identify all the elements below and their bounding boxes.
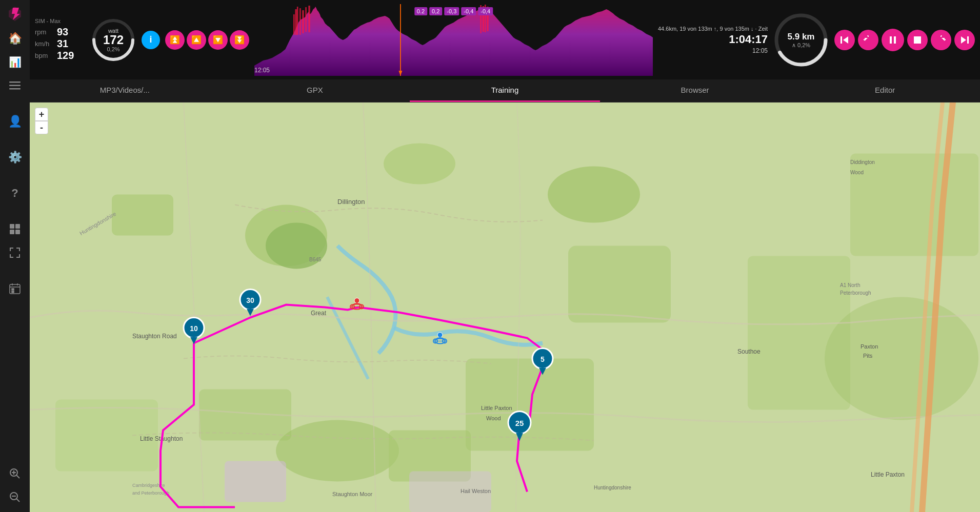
- arrow-down-double[interactable]: ⏬: [230, 30, 249, 50]
- map-zoom-controls: + -: [35, 108, 48, 134]
- tab-browser[interactable]: Browser: [600, 79, 790, 102]
- zoom-out-button[interactable]: -: [35, 121, 48, 134]
- sidebar-item-expand[interactable]: [4, 242, 26, 263]
- transport-controls: [834, 29, 975, 51]
- svg-marker-42: [865, 38, 868, 41]
- svg-text:B645: B645: [309, 257, 322, 262]
- svg-rect-30: [305, 7, 307, 32]
- svg-point-92: [437, 333, 443, 338]
- svg-rect-44: [894, 36, 896, 44]
- badge-4: -0,4: [461, 7, 476, 15]
- arrow-up-single[interactable]: 🔼: [187, 30, 206, 50]
- svg-text:Great: Great: [311, 310, 327, 317]
- speed-gauge-inner: 5.9 km ∧ 0,2%: [788, 31, 815, 48]
- interval-badges: 0.2 0,2 -0,3 -0,4 -0,4: [414, 7, 493, 15]
- sidebar-item-zoom-in[interactable]: [4, 463, 26, 484]
- svg-text:Paxton: Paxton: [861, 343, 878, 350]
- svg-rect-28: [299, 8, 301, 35]
- svg-marker-48: [961, 36, 966, 44]
- svg-text:30: 30: [246, 296, 254, 304]
- topbar: SIM - Max rpm 93 km/h 31 bpm 129 watt 1: [30, 0, 980, 79]
- badge-1: 0.2: [414, 7, 427, 15]
- badge-3: -0,3: [444, 7, 459, 15]
- main-content: SIM - Max rpm 93 km/h 31 bpm 129 watt 1: [30, 0, 980, 512]
- svg-marker-41: [843, 36, 848, 44]
- tab-editor[interactable]: Editor: [790, 79, 980, 102]
- kmh-value: 31: [57, 38, 68, 50]
- sidebar-item-menu[interactable]: [4, 75, 26, 96]
- svg-rect-62: [850, 154, 978, 256]
- zoom-in-button[interactable]: +: [35, 108, 48, 121]
- map-area[interactable]: Dillington B645 Staughton Road Little St…: [30, 103, 980, 512]
- svg-rect-2: [9, 81, 21, 83]
- sidebar-item-help[interactable]: ?: [4, 182, 26, 204]
- sidebar: 🏠 📊 👤 ⚙️ ?: [0, 0, 30, 512]
- elapsed-time: 1:04:17: [729, 33, 768, 46]
- arrow-controls: ⏫ 🔼 🔽 ⏬: [165, 30, 249, 50]
- svg-text:Little Paxton: Little Paxton: [871, 471, 905, 478]
- tab-training[interactable]: Training: [410, 79, 600, 102]
- arrow-up-double[interactable]: ⏫: [165, 30, 185, 50]
- badge-2: 0,2: [429, 7, 442, 15]
- tab-mp3[interactable]: MP3/Videos/...: [30, 79, 220, 102]
- sidebar-item-schedule[interactable]: [4, 278, 26, 299]
- svg-point-87: [354, 298, 359, 303]
- time-end-label: 12:05: [752, 47, 768, 54]
- svg-point-55: [548, 167, 640, 223]
- svg-rect-43: [890, 36, 892, 44]
- sidebar-item-user[interactable]: 👤: [4, 111, 26, 132]
- sidebar-item-home[interactable]: 🏠: [4, 28, 26, 49]
- svg-rect-52: [112, 195, 173, 236]
- svg-rect-6: [15, 224, 20, 229]
- svg-rect-40: [841, 36, 842, 44]
- svg-point-57: [276, 420, 399, 482]
- svg-rect-26: [295, 9, 296, 35]
- nav-tabs: MP3/Videos/... GPX Training Browser Edit…: [30, 79, 980, 103]
- svg-text:Wood: Wood: [486, 415, 501, 421]
- svg-rect-5: [10, 224, 14, 229]
- arrow-down-single[interactable]: 🔽: [208, 30, 228, 50]
- sidebar-item-chart[interactable]: 📊: [4, 51, 26, 73]
- watt-value: 172: [103, 34, 124, 46]
- btn-skip-start[interactable]: [834, 30, 855, 50]
- svg-rect-9: [10, 284, 20, 294]
- rpm-label: rpm: [35, 28, 53, 36]
- svg-marker-46: [942, 38, 945, 41]
- btn-stop[interactable]: [907, 30, 928, 50]
- svg-text:Staughton Moor: Staughton Moor: [332, 491, 373, 497]
- time-start: 12:05: [254, 67, 270, 74]
- svg-rect-4: [9, 88, 21, 90]
- tab-gpx[interactable]: GPX: [220, 79, 410, 102]
- svg-point-53: [384, 144, 455, 185]
- svg-marker-24: [254, 7, 653, 76]
- info-button[interactable]: i: [142, 31, 160, 49]
- btn-skip-end[interactable]: [954, 30, 975, 50]
- svg-rect-8: [15, 230, 20, 234]
- sidebar-item-zoom-out[interactable]: [4, 486, 26, 508]
- svg-rect-64: [225, 461, 286, 502]
- svg-rect-45: [914, 36, 921, 44]
- svg-rect-3: [9, 85, 21, 87]
- rpm-value: 93: [57, 26, 68, 38]
- svg-text:10: 10: [190, 324, 198, 333]
- sidebar-item-layers[interactable]: [4, 218, 26, 240]
- map-background: Dillington B645 Staughton Road Little St…: [30, 103, 980, 512]
- svg-text:Peterborough: Peterborough: [840, 290, 871, 296]
- speed-pct: ∧ 0,2%: [792, 42, 810, 48]
- bpm-label: bpm: [35, 52, 53, 59]
- svg-rect-27: [297, 7, 298, 35]
- svg-line-20: [16, 499, 19, 502]
- sidebar-item-settings[interactable]: ⚙️: [4, 147, 26, 168]
- svg-text:Diddington: Diddington: [850, 159, 875, 165]
- svg-rect-29: [302, 10, 304, 33]
- svg-text:Huntingdonshire: Huntingdonshire: [594, 485, 631, 490]
- btn-forward[interactable]: [931, 30, 951, 50]
- svg-line-16: [16, 475, 19, 478]
- kmh-label: km/h: [35, 40, 53, 48]
- watt-gauge: watt 172 0,2%: [90, 17, 136, 63]
- svg-text:Staughton Road: Staughton Road: [132, 333, 177, 340]
- speed-gauge: 5.9 km ∧ 0,2%: [773, 12, 829, 68]
- svg-text:Dillington: Dillington: [337, 198, 365, 206]
- btn-rewind[interactable]: [858, 30, 878, 50]
- btn-pause[interactable]: [882, 29, 904, 51]
